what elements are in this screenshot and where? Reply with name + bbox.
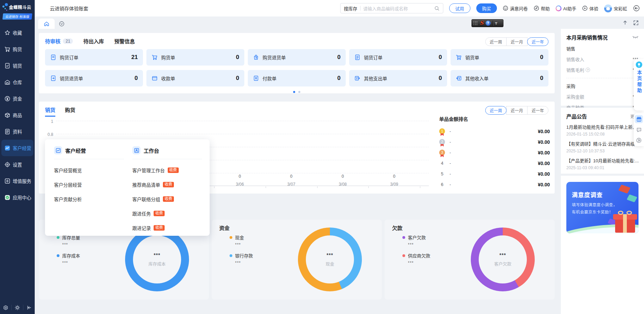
announcement-item[interactable]: 1月最新功能抢先看:扫码开单上新,... 2026-01-15 15:02:08 xyxy=(566,124,639,137)
buy-button[interactable]: 购买 xyxy=(476,3,497,13)
card-payment-bill[interactable]: 付款单 0 xyxy=(248,70,346,86)
collapse-sidebar-icon[interactable] xyxy=(23,304,35,311)
rank-row[interactable]: 2 - ¥0.00 xyxy=(439,138,550,146)
floating-action-stack xyxy=(634,113,644,146)
tab-sales-chart[interactable]: 销货 xyxy=(45,106,55,117)
feedback-chat-icon[interactable] xyxy=(635,126,643,134)
experience-button[interactable]: 体验 xyxy=(582,5,598,12)
rewards-gift-icon[interactable] xyxy=(635,115,643,123)
sidebar-item-customer-ops[interactable]: 客户经营 xyxy=(1,140,33,156)
clock-dropdown-icon xyxy=(59,21,65,27)
logo-text: 金蝶精斗云 xyxy=(9,4,31,10)
tab-alert-info[interactable]: 预警信息 xyxy=(114,37,135,45)
pagination-dot-2[interactable] xyxy=(298,91,300,93)
yen-out-icon xyxy=(354,75,360,81)
rank-row[interactable]: 5 - ¥0.00 xyxy=(439,170,550,178)
sidebar-item-value-added[interactable]: 增值服务 xyxy=(0,173,35,189)
trade-range-month-button[interactable]: 近一月 xyxy=(506,106,528,115)
yen-in-icon xyxy=(456,75,462,81)
range-week-button[interactable]: 近一周 xyxy=(485,37,507,46)
card-purchase-return[interactable]: 购货退货单 0 xyxy=(248,49,346,66)
range-year-button[interactable]: 近一年 xyxy=(527,37,548,46)
rank-row[interactable]: 4 - ¥0.00 xyxy=(439,159,550,167)
toolbar-help-icon[interactable]: ? xyxy=(486,21,491,26)
range-month-button[interactable]: 近一月 xyxy=(506,37,528,46)
sidebar-item-goods[interactable]: 商品 xyxy=(0,107,35,123)
announcement-item[interactable]: 【有奖调研】精斗云·云进销存高级... 2025-12-10 10:37:53 xyxy=(566,140,639,153)
toolbar-minimize-icon[interactable]: ▬▼ xyxy=(495,22,497,25)
trial-button[interactable]: 试用 xyxy=(449,3,470,13)
satisfaction-survey-button[interactable]: 满意问卷 xyxy=(503,5,528,12)
flyout-item-customer-workbench[interactable]: 客户管理工作台收费 xyxy=(132,167,202,174)
card-purchase-order[interactable]: 购货订单 21 xyxy=(45,49,143,66)
card-sales-return[interactable]: 销货退货单 0 xyxy=(45,70,143,86)
sidebar-item-data[interactable]: 资料 xyxy=(0,123,35,140)
sales-section-label: 销售 xyxy=(566,45,639,52)
snagit-logo[interactable]: S xyxy=(480,21,484,26)
rank-row[interactable]: 6 - ¥0.00 xyxy=(439,180,550,189)
card-title: 欠款 xyxy=(392,224,402,231)
flyout-item-followup-records[interactable]: 跟进记录收费 xyxy=(132,224,202,231)
star-icon xyxy=(4,30,10,36)
flyout-item-recommended-goods[interactable]: 推荐商品清单收费 xyxy=(132,181,202,188)
flyout-item-customer-layering[interactable]: 客户分层经营 xyxy=(54,181,132,188)
legend-item: 客户欠款 *** xyxy=(402,234,430,247)
search-scope-label[interactable]: 搜库存 xyxy=(344,5,357,12)
card-other-income[interactable]: 其他收入单 0 xyxy=(451,70,548,86)
rank-row[interactable]: 1 - ¥0.00 xyxy=(439,127,550,136)
sidebar: 金蝶精斗云 云进销存·标准版 收藏 购货 销货 仓库 资金 商品 xyxy=(0,0,35,314)
sidebar-item-app-center[interactable]: 应用中心 xyxy=(0,189,35,206)
card-purchase-bill[interactable]: 购货单 0 xyxy=(146,49,244,66)
inventory-search-input[interactable]: 搜库存 请输入商品编码或名称 xyxy=(340,3,443,13)
flyout-item-contact-groups[interactable]: 客户联络分组收费 xyxy=(132,196,202,202)
logout-icon[interactable] xyxy=(633,5,640,12)
card-receipt-bill[interactable]: 收款单 0 xyxy=(146,70,244,86)
sidebar-item-funds[interactable]: 资金 xyxy=(0,90,35,107)
sidebar-item-sales[interactable]: 销货 xyxy=(0,57,35,74)
drag-handle-icon[interactable] xyxy=(474,21,478,25)
play-circle-icon xyxy=(582,5,588,11)
gross-profit-help-icon[interactable]: ? xyxy=(586,68,590,72)
sidebar-footer xyxy=(0,301,35,314)
top-header: 云进销存体验账套 搜库存 请输入商品编码或名称 试用 购买 满意问卷 帮助 AI… xyxy=(35,0,644,16)
sidebar-item-purchase[interactable]: 购货 xyxy=(0,41,35,57)
value-added-icon xyxy=(4,178,10,184)
hide-values-eye-icon[interactable] xyxy=(632,35,639,39)
flyout-item-followup-tasks[interactable]: 跟进任务收费 xyxy=(132,210,202,217)
announcement-item[interactable]: 【产品更新】10月最新功能抢先看:... 2025-11-03 09:40:01 xyxy=(566,157,639,170)
tab-purchase-chart[interactable]: 购货 xyxy=(65,106,75,117)
trade-range-year-button[interactable]: 近一年 xyxy=(527,106,548,115)
flyout-item-customer-contribution[interactable]: 客户贡献分析 xyxy=(54,196,132,202)
sidebar-item-warehouse[interactable]: 仓库 xyxy=(0,74,35,90)
fullscreen-icon[interactable] xyxy=(633,20,639,25)
screenshot-tool-toolbar[interactable]: S ? ▬▼ xyxy=(471,19,503,27)
collapse-panel-chevron-icon[interactable] xyxy=(635,136,643,144)
search-icon[interactable] xyxy=(434,6,440,11)
page-help-tab[interactable]: 本页帮助 xyxy=(634,59,644,111)
user-menu[interactable]: 宋彩虹 xyxy=(604,4,627,12)
home-tab[interactable] xyxy=(38,19,55,29)
trade-range-week-button[interactable]: 近一周 xyxy=(485,106,507,115)
pagination-dot-1[interactable] xyxy=(293,91,295,93)
overview-panel: 待审核 21 待出入库 预警信息 近一周 近一月 近一年 购货订单 21 购货单… xyxy=(39,33,555,93)
ai-assistant-button[interactable]: AI助手 xyxy=(556,5,576,12)
sidebar-item-favorites[interactable]: 收藏 xyxy=(0,24,35,41)
rank-row[interactable]: 3 - ¥0.00 xyxy=(439,148,550,157)
recent-tabs-button[interactable] xyxy=(55,19,68,29)
help-button[interactable]: 帮助 xyxy=(534,5,550,12)
scroll-top-icon[interactable] xyxy=(622,20,628,25)
card-other-expense[interactable]: 其他支出单 0 xyxy=(349,70,447,86)
card-sales-order[interactable]: 销货订单 0 xyxy=(349,49,447,66)
smiley-icon xyxy=(503,5,508,11)
silver-medal-icon: 2 xyxy=(439,139,445,145)
app-center-icon xyxy=(4,195,10,200)
sidebar-item-settings[interactable]: 设置 xyxy=(0,156,35,173)
flyout-item-customer-overview[interactable]: 客户经营概览 xyxy=(54,167,132,174)
tab-pending-review[interactable]: 待审核 21 xyxy=(45,37,73,45)
tab-pending-inout[interactable]: 待出入库 xyxy=(83,37,104,45)
flyout-group-customer-ops: 客户经营 xyxy=(54,146,124,159)
card-sales-bill[interactable]: 销货单 0 xyxy=(451,49,548,66)
satisfaction-survey-banner[interactable]: 满意度调查 填写体验满意度小调查， 有机会赢京东卡奖励！ xyxy=(566,182,639,233)
theme-brightness-icon[interactable] xyxy=(12,304,23,311)
footer-gear-icon[interactable] xyxy=(0,304,11,311)
